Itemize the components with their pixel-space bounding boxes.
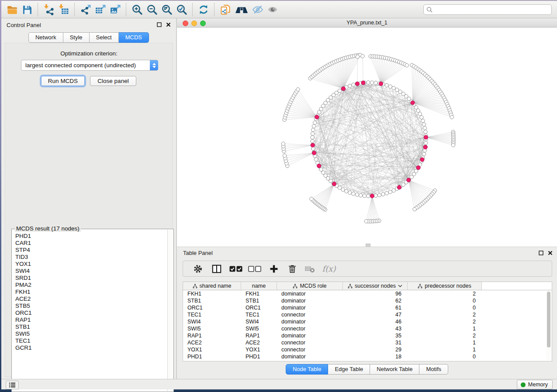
create-column-button[interactable] bbox=[264, 262, 284, 275]
table-cell[interactable]: SWI4 bbox=[241, 318, 277, 325]
table-cell[interactable]: connector bbox=[277, 325, 343, 332]
table-cell[interactable]: ACE2 bbox=[241, 339, 277, 346]
show-all-button[interactable] bbox=[265, 3, 280, 17]
graph-node[interactable] bbox=[422, 152, 426, 156]
search-field[interactable] bbox=[423, 4, 552, 15]
mcds-list-item[interactable]: SRD1 bbox=[12, 275, 167, 282]
graph-node[interactable] bbox=[348, 191, 352, 194]
table-cell[interactable]: connector bbox=[277, 311, 343, 318]
table-cell[interactable]: connector bbox=[277, 346, 343, 353]
mcds-list-item[interactable]: TID3 bbox=[12, 254, 167, 261]
column-header-MCDS-role[interactable]: MCDS role bbox=[277, 282, 343, 290]
table-tab-motifs[interactable]: Motifs bbox=[419, 364, 448, 375]
network-window-titlebar[interactable]: YPA_prune.txt_1 bbox=[177, 18, 557, 28]
graph-node[interactable] bbox=[313, 121, 317, 124]
graph-node[interactable] bbox=[370, 81, 374, 84]
mcds-list-item[interactable]: FKH1 bbox=[12, 289, 167, 296]
mcds-list-item[interactable]: YOX1 bbox=[12, 261, 167, 268]
refresh-button[interactable] bbox=[196, 3, 211, 17]
table-cell[interactable]: YOX1 bbox=[183, 346, 241, 353]
search-input[interactable] bbox=[432, 5, 551, 14]
table-settings-button[interactable] bbox=[189, 262, 207, 275]
table-cell[interactable]: dominator bbox=[277, 297, 343, 304]
table-cell[interactable]: connector bbox=[277, 339, 343, 346]
close-panel-button[interactable]: Close panel bbox=[90, 76, 136, 86]
close-panel-icon[interactable] bbox=[166, 22, 171, 27]
table-cell[interactable]: 96 bbox=[343, 290, 408, 297]
graph-node[interactable] bbox=[314, 158, 318, 161]
graph-node[interactable] bbox=[421, 119, 425, 123]
table-row[interactable]: PHD1PHD1dominator180 bbox=[183, 353, 552, 360]
import-network-button[interactable] bbox=[42, 3, 56, 17]
table-cell[interactable]: dominator bbox=[277, 353, 343, 360]
graph-node[interactable] bbox=[451, 143, 455, 147]
graph-node[interactable] bbox=[374, 81, 377, 85]
table-cell[interactable]: SWI5 bbox=[241, 325, 277, 332]
table-cell[interactable]: dominator bbox=[277, 332, 343, 339]
table-cell[interactable]: 0 bbox=[408, 304, 482, 311]
graph-hub-node[interactable] bbox=[317, 164, 321, 168]
mcds-list-item[interactable]: RAP1 bbox=[12, 316, 167, 323]
function-builder-button[interactable]: f(x) bbox=[318, 262, 339, 275]
table-cell[interactable]: 62 bbox=[343, 297, 408, 304]
graph-hub-node[interactable] bbox=[361, 81, 365, 85]
mcds-list-item[interactable]: TEC1 bbox=[12, 337, 167, 344]
table-cell[interactable]: 47 bbox=[343, 311, 408, 318]
graph-hub-node[interactable] bbox=[397, 186, 401, 189]
graph-node[interactable] bbox=[356, 55, 359, 58]
table-cell[interactable]: 0 bbox=[408, 353, 482, 360]
graph-node[interactable] bbox=[424, 130, 427, 134]
table-row[interactable]: ORC1ORC1dominator610 bbox=[183, 304, 552, 311]
deselect-all-button[interactable] bbox=[245, 262, 264, 275]
graph-hub-node[interactable] bbox=[424, 135, 428, 139]
table-cell[interactable]: YOX1 bbox=[241, 346, 277, 353]
graph-node[interactable] bbox=[345, 189, 348, 193]
table-cell[interactable]: 31 bbox=[343, 339, 408, 346]
zoom-in-button[interactable] bbox=[130, 3, 145, 17]
graph-node[interactable] bbox=[310, 197, 313, 201]
graph-node[interactable] bbox=[385, 191, 388, 195]
graph-node[interactable] bbox=[341, 188, 345, 191]
graph-node[interactable] bbox=[420, 116, 423, 119]
table-scrollbar[interactable] bbox=[546, 290, 551, 361]
table-tab-edge-table[interactable]: Edge Table bbox=[328, 364, 370, 375]
graph-node[interactable] bbox=[450, 115, 453, 119]
close-panel-icon[interactable] bbox=[548, 251, 553, 255]
table-cell[interactable]: 2 bbox=[408, 311, 482, 318]
graph-hub-node[interactable] bbox=[332, 182, 336, 186]
table-cell[interactable]: FKH1 bbox=[183, 290, 241, 297]
graph-hub-node[interactable] bbox=[315, 115, 319, 119]
table-cell[interactable]: FKH1 bbox=[241, 290, 277, 297]
table-cell[interactable]: dominator bbox=[277, 318, 343, 325]
mcds-list-item[interactable]: STP4 bbox=[12, 247, 167, 254]
mcds-list-item[interactable]: STB1 bbox=[12, 323, 167, 330]
graph-node[interactable] bbox=[377, 193, 381, 197]
table-cell[interactable]: TEC1 bbox=[183, 311, 241, 318]
graph-hub-node[interactable] bbox=[370, 194, 374, 198]
table-cell[interactable]: SWI4 bbox=[183, 318, 241, 325]
mcds-list-item[interactable]: CAR1 bbox=[12, 240, 167, 247]
graph-node[interactable] bbox=[367, 194, 370, 198]
mcds-list-item[interactable]: SWI4 bbox=[12, 268, 167, 275]
table-cell[interactable]: 1 bbox=[408, 325, 482, 332]
graph-node[interactable] bbox=[364, 220, 368, 223]
graph-node[interactable] bbox=[361, 54, 364, 58]
graph-node[interactable] bbox=[338, 89, 341, 93]
graph-node[interactable] bbox=[392, 189, 395, 192]
table-cell[interactable]: 35 bbox=[343, 332, 408, 339]
column-header-shared-name[interactable]: shared name bbox=[183, 282, 241, 290]
graph-node[interactable] bbox=[424, 141, 428, 144]
run-mcds-button[interactable]: Run MCDS bbox=[41, 76, 85, 86]
optimization-criterion-select[interactable]: largest connected component (undirected) bbox=[21, 60, 158, 71]
graph-hub-node[interactable] bbox=[341, 87, 345, 91]
mcds-list-item[interactable]: SWI5 bbox=[12, 330, 167, 337]
save-session-button[interactable] bbox=[20, 3, 35, 17]
show-columns-button[interactable] bbox=[207, 262, 227, 275]
graph-node[interactable] bbox=[413, 207, 416, 211]
table-row[interactable]: ACE2ACE2connector311 bbox=[183, 339, 552, 346]
copy-network-button[interactable] bbox=[218, 3, 233, 17]
mcds-list-item[interactable]: ACE2 bbox=[12, 296, 167, 303]
graph-hub-node[interactable] bbox=[407, 178, 411, 182]
zoom-out-button[interactable] bbox=[145, 3, 159, 17]
table-row[interactable]: FKH1FKH1dominator962 bbox=[183, 290, 552, 297]
